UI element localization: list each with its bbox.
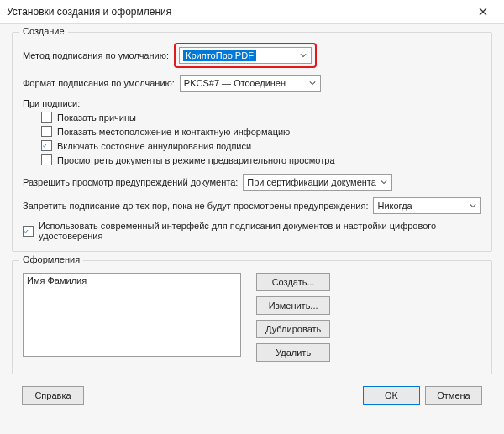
cancel-button[interactable]: Отмена	[425, 386, 482, 405]
label-signing-method: Метод подписания по умолчанию:	[23, 50, 169, 60]
list-item[interactable]: Имя Фамилия	[27, 275, 237, 285]
checkbox-checked-icon	[23, 226, 34, 237]
group-creation-legend: Создание	[19, 26, 68, 36]
combo-signing-method-value: КриптоПро PDF	[183, 50, 256, 61]
delete-button[interactable]: Удалить	[256, 343, 330, 362]
highlight-signing-method: КриптоПро PDF	[174, 43, 317, 68]
group-creation: Создание Метод подписания по умолчанию: …	[12, 32, 492, 252]
help-button[interactable]: Справка	[22, 386, 84, 405]
duplicate-button[interactable]: Дублировать	[256, 320, 330, 338]
group-design-legend: Оформления	[19, 254, 83, 264]
chevron-down-icon	[467, 203, 479, 208]
chevron-down-icon	[307, 81, 318, 86]
check-include-revocation-label: Включать состояние аннулирования подписи	[57, 141, 251, 151]
combo-allow-warnings-value: При сертификации документа	[247, 177, 376, 187]
check-show-reasons-label: Показать причины	[57, 112, 136, 123]
create-button[interactable]: Создать...	[256, 273, 330, 291]
close-button[interactable]	[467, 3, 499, 21]
label-when-signing: При подписи:	[23, 98, 481, 108]
row-signing-method: Метод подписания по умолчанию: КриптоПро…	[23, 43, 481, 68]
title-bar: Установки создания и оформления	[0, 0, 504, 24]
combo-signing-format-value: PKCS#7 — Отсоединен	[184, 78, 286, 88]
chevron-down-icon	[378, 180, 390, 185]
check-preview-label: Просмотреть документы в режиме предварит…	[57, 155, 335, 165]
window-title: Установки создания и оформления	[7, 6, 467, 18]
combo-prohibit-signing[interactable]: Никогда	[373, 197, 481, 214]
check-show-location-label: Показать местоположение и контактную инф…	[57, 127, 290, 137]
check-show-location[interactable]: Показать местоположение и контактную инф…	[41, 126, 481, 137]
edit-button[interactable]: Изменить...	[256, 296, 330, 315]
label-signing-format: Формат подписания по умолчанию:	[23, 78, 175, 88]
checkbox-icon	[41, 154, 52, 165]
check-modern-ui[interactable]: Использовать современный интерфейс для п…	[23, 221, 481, 241]
close-icon	[479, 8, 487, 16]
design-buttons: Создать... Изменить... Дублировать Удали…	[256, 273, 330, 362]
check-modern-ui-label: Использовать современный интерфейс для п…	[39, 221, 481, 241]
label-allow-warnings: Разрешить просмотр предупреждений докуме…	[23, 177, 238, 187]
group-design: Оформления Имя Фамилия Создать... Измени…	[12, 260, 492, 374]
combo-signing-format[interactable]: PKCS#7 — Отсоединен	[180, 75, 321, 92]
checkbox-checked-icon	[41, 140, 52, 151]
list-appearances[interactable]: Имя Фамилия	[23, 273, 241, 357]
row-allow-warnings: Разрешить просмотр предупреждений докуме…	[23, 174, 481, 191]
check-show-reasons[interactable]: Показать причины	[41, 112, 481, 123]
combo-allow-warnings[interactable]: При сертификации документа	[243, 174, 392, 191]
check-include-revocation[interactable]: Включать состояние аннулирования подписи	[41, 140, 481, 151]
combo-prohibit-signing-value: Никогда	[377, 201, 412, 211]
checkbox-icon	[41, 126, 52, 137]
row-signing-format: Формат подписания по умолчанию: PKCS#7 —…	[23, 75, 481, 92]
dialog-content: Создание Метод подписания по умолчанию: …	[0, 24, 504, 411]
row-prohibit-signing: Запретить подписание до тех пор, пока не…	[23, 197, 481, 214]
check-preview[interactable]: Просмотреть документы в режиме предварит…	[41, 154, 481, 165]
combo-signing-method[interactable]: КриптоПро PDF	[179, 47, 312, 64]
chevron-down-icon	[297, 53, 309, 58]
dialog-footer: Справка OK Отмена	[12, 383, 492, 405]
label-prohibit-signing: Запретить подписание до тех пор, пока не…	[23, 201, 368, 211]
checkbox-icon	[41, 112, 52, 123]
ok-button[interactable]: OK	[363, 386, 420, 405]
